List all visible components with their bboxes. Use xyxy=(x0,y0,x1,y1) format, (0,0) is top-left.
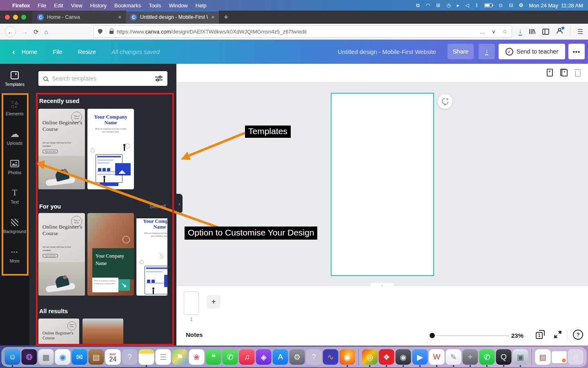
zoom-window-button[interactable] xyxy=(21,15,26,20)
close-tab-icon[interactable]: ✕ xyxy=(118,15,122,20)
pocket-icon[interactable]: ∨ xyxy=(492,28,496,35)
template-card-green-company[interactable]: Your Company Name Write an intriguing su… xyxy=(87,213,134,296)
siri-dock-icon[interactable]: ❂ xyxy=(22,349,37,365)
firefox-dock-icon[interactable]: ◉ xyxy=(340,349,355,365)
reminders-dock-icon[interactable]: ☰ xyxy=(156,349,171,365)
missing-app-dock-icon[interactable]: ? xyxy=(122,349,138,365)
filter-icon[interactable] xyxy=(155,76,163,81)
header-more-button[interactable]: ••• xyxy=(568,44,585,59)
control-center-icon[interactable]: ⊟ xyxy=(509,3,513,8)
search-input[interactable] xyxy=(52,75,151,82)
missing-app-2-dock-icon[interactable]: ? xyxy=(306,349,322,365)
menubar-item-bookmarks[interactable]: Bookmarks xyxy=(114,2,141,9)
contacts-dock-icon[interactable]: ▤ xyxy=(89,349,104,365)
play-icon[interactable]: ▸ xyxy=(457,3,459,8)
page-thumbnail[interactable] xyxy=(184,292,199,315)
account-icon[interactable] xyxy=(556,27,563,36)
sidebar-item-background[interactable]: Background xyxy=(0,211,29,240)
screen-mirror-icon[interactable]: ⧉ xyxy=(416,3,420,8)
chrome-dock-icon[interactable]: ◎ xyxy=(362,349,378,365)
close-window-button[interactable] xyxy=(5,15,10,20)
template-card-yoga[interactable]: Yoga at Home Online Beginner's Course Al… xyxy=(38,109,85,189)
sidebar-item-text[interactable]: T Text xyxy=(0,182,29,211)
finder-dock-icon[interactable]: ☺ xyxy=(5,349,20,365)
help-button[interactable]: ? xyxy=(573,330,583,340)
library-icon[interactable] xyxy=(529,28,535,35)
wifi-icon[interactable]: ◠ xyxy=(426,3,430,8)
zoom-slider-handle[interactable] xyxy=(430,333,435,338)
lock-icon[interactable] xyxy=(109,31,114,34)
bluetooth-icon[interactable]: ᛒ xyxy=(475,3,478,8)
safari-dock-icon[interactable]: ◉ xyxy=(55,349,71,365)
sidebar-item-elements[interactable]: ♡△□○ Elements xyxy=(0,93,29,123)
page-actions-icon[interactable]: … xyxy=(479,28,485,35)
menubar-item-edit[interactable]: Edit xyxy=(54,2,63,9)
add-page-button[interactable]: + xyxy=(207,295,220,309)
clock-icon[interactable]: ◷ xyxy=(446,3,450,8)
template-search-box[interactable] xyxy=(38,71,167,86)
home-menu[interactable]: Home xyxy=(22,49,38,55)
share-button[interactable]: Share xyxy=(448,44,474,59)
podcasts-dock-icon[interactable]: ◈ xyxy=(256,349,272,365)
url-text[interactable]: https://www.canva.com/design/DAEfXTWdkws… xyxy=(117,29,307,35)
calculator-dock-icon[interactable]: ÷ xyxy=(463,349,478,365)
audacity-dock-icon[interactable]: ∿ xyxy=(323,349,339,365)
tab-untitled-design[interactable]: C Untitled design - Mobile-First W ✕ xyxy=(126,11,219,24)
whatsapp-dock-icon[interactable]: ✆ xyxy=(479,349,495,365)
siri-icon[interactable]: ❂ xyxy=(519,3,523,8)
volume-icon[interactable]: ◁ xyxy=(466,3,469,8)
home-button[interactable]: ⌂ xyxy=(45,29,48,35)
close-tab-icon[interactable]: ✕ xyxy=(211,15,215,20)
design-canvas-page[interactable] xyxy=(331,93,434,276)
textedit-dock-icon[interactable]: ✎ xyxy=(446,349,461,365)
new-tab-button[interactable]: + xyxy=(224,13,228,22)
bookmark-star-icon[interactable]: ☆ xyxy=(502,28,508,35)
pages-indicator[interactable]: 1 xyxy=(536,330,545,339)
resize-menu[interactable]: Resize xyxy=(78,49,96,55)
template-card-company[interactable]: Your Company Name Write an intriguing su… xyxy=(87,109,134,189)
sidebar-item-more[interactable]: ••• More xyxy=(0,240,29,270)
trash-dock-icon[interactable]: ▯ xyxy=(568,349,584,365)
reload-button[interactable]: ⟳ xyxy=(33,29,39,35)
notes-label[interactable]: Notes xyxy=(186,331,203,338)
sidebar-toggle-icon[interactable] xyxy=(542,29,549,35)
zoom-dock-icon[interactable]: ▶ xyxy=(412,349,428,365)
url-bar[interactable]: https://www.canva.com/design/DAEfXTWdkws… xyxy=(94,25,512,38)
notes-dock-icon[interactable] xyxy=(139,349,154,365)
see-all-link[interactable]: See all xyxy=(149,203,166,209)
red-diamond-app-dock-icon[interactable]: ❖ xyxy=(379,349,394,365)
maps-dock-icon[interactable]: ⚑ xyxy=(172,349,188,365)
menubar-item-tools[interactable]: Tools xyxy=(149,2,161,9)
menubar-item-window[interactable]: Window xyxy=(169,2,188,9)
file-menu[interactable]: File xyxy=(53,49,62,55)
photos-dock-icon[interactable]: ❀ xyxy=(189,349,205,365)
music-dock-icon[interactable]: ♫ xyxy=(239,349,255,365)
back-button[interactable]: ← xyxy=(5,26,16,37)
tracking-protection-shield-icon[interactable] xyxy=(98,29,102,34)
menubar-item-help[interactable]: Help xyxy=(196,2,207,9)
downloads-document-dock-icon[interactable]: ▤ xyxy=(535,349,551,365)
sidebar-item-uploads[interactable]: ☁↑ Uploads xyxy=(0,123,29,152)
menubar-item-history[interactable]: History xyxy=(90,2,107,9)
panel-collapse-handle[interactable]: ‹ xyxy=(176,194,183,213)
wps-office-dock-icon[interactable]: W xyxy=(429,349,445,365)
downloads-icon[interactable]: ↓ xyxy=(519,28,522,36)
photo-booth-dock-icon[interactable]: ◉ xyxy=(396,349,411,365)
calendar-dock-icon[interactable]: MAY24 xyxy=(105,349,121,365)
image-capture-dock-icon[interactable]: ▣ xyxy=(513,349,528,365)
system-preferences-dock-icon[interactable]: ⚙ xyxy=(290,349,305,365)
back-chevron-icon[interactable]: ‹ xyxy=(12,47,15,56)
messages-dock-icon[interactable]: ❝ xyxy=(206,349,221,365)
quicktime-dock-icon[interactable]: Q xyxy=(496,349,512,365)
menubar-item-file[interactable]: File xyxy=(38,2,46,9)
facetime-dock-icon[interactable]: ✆ xyxy=(223,349,238,365)
minimize-window-button[interactable] xyxy=(13,15,18,20)
tab-home-canva[interactable]: C Home - Canva ✕ xyxy=(33,11,126,24)
fullscreen-icon[interactable] xyxy=(554,330,562,339)
mail-dock-icon[interactable]: ✉ xyxy=(72,349,87,365)
bookmarks-app-icon[interactable]: ⊞ xyxy=(436,3,440,8)
hamburger-menu-icon[interactable]: ☰ xyxy=(577,28,583,36)
zoom-slider-track[interactable] xyxy=(437,335,509,336)
sidebar-item-photos[interactable]: Photos xyxy=(0,152,29,182)
send-to-teacher-button[interactable]: ✓Send to teacher xyxy=(499,44,565,59)
